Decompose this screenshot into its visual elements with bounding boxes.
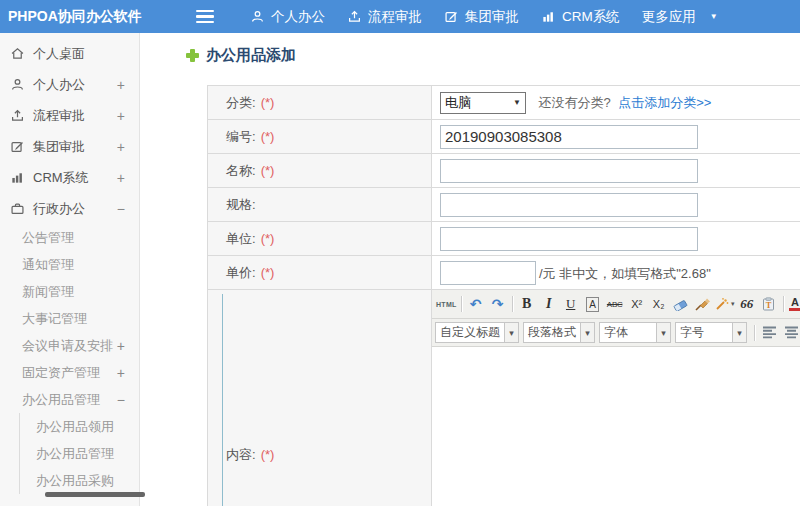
- superscript-button[interactable]: X²: [627, 294, 647, 314]
- price-label: 单价:(*): [208, 256, 432, 290]
- sidebar-item-2-6[interactable]: 公告管理: [0, 224, 139, 251]
- sidebar-item-1-3[interactable]: 集团审批+: [0, 131, 139, 162]
- topnav-label: 集团审批: [465, 8, 519, 26]
- topnav-item-group-approval[interactable]: 集团审批: [442, 8, 521, 26]
- sidebar-item-1-1[interactable]: 个人办公+: [0, 69, 139, 100]
- caret-down-icon[interactable]: [504, 323, 518, 342]
- align-center-button[interactable]: [781, 323, 800, 343]
- caret-down-icon[interactable]: [580, 323, 594, 342]
- font-color-button[interactable]: A▾: [788, 294, 800, 314]
- subscript-button[interactable]: X₂: [649, 294, 669, 314]
- sidebar-item-1-5[interactable]: 行政办公−: [0, 193, 139, 224]
- topnav-item-crm-system[interactable]: CRM系统: [539, 8, 622, 26]
- sidebar-item-label: 通知管理: [22, 256, 74, 274]
- editor-content[interactable]: [432, 347, 800, 506]
- required-marker: (*): [261, 163, 275, 178]
- page-title: 办公用品添加: [206, 46, 296, 65]
- expand-toggle[interactable]: −: [117, 392, 125, 408]
- editor-select-font-family[interactable]: 字体: [599, 322, 671, 343]
- price-input[interactable]: [440, 261, 536, 285]
- expand-toggle[interactable]: +: [117, 77, 125, 93]
- required-marker: (*): [261, 95, 275, 110]
- editor-select-font-size[interactable]: 字号: [675, 322, 747, 343]
- sidebar-item-1-2[interactable]: 流程审批+: [0, 100, 139, 131]
- field-label: 分类:: [226, 95, 256, 110]
- italic-button[interactable]: I: [539, 294, 559, 314]
- menu-toggle-icon[interactable]: [196, 10, 214, 24]
- topnav-label: CRM系统: [562, 8, 620, 26]
- sidebar-item-label: 公告管理: [22, 229, 74, 247]
- sidebar-item-2-12[interactable]: 办公用品管理−: [0, 386, 139, 413]
- user-icon: [10, 77, 26, 93]
- strikethrough-button[interactable]: ABC: [605, 294, 625, 314]
- field-label: 内容:: [226, 447, 256, 462]
- table-row: 规格:: [208, 188, 800, 222]
- sidebar-item-3-14[interactable]: 办公用品管理: [19, 440, 139, 467]
- editor-toolbar-row1: HTML↶↷BIUAABCX²X₂▾66TA▾ab▾: [432, 290, 800, 319]
- bold-button[interactable]: B: [517, 294, 537, 314]
- field-label: 名称:: [226, 163, 256, 178]
- sidebar-item-2-8[interactable]: 新闻管理: [0, 278, 139, 305]
- content-label: 内容:(*): [208, 290, 432, 506]
- field-label: 单价:: [226, 265, 256, 280]
- sidebar-item-2-7[interactable]: 通知管理: [0, 251, 139, 278]
- rich-text-editor: HTML↶↷BIUAABCX²X₂▾66TA▾ab▾ 自定义标题段落格式字体字号: [432, 290, 800, 506]
- add-category-link[interactable]: 点击添加分类>>: [618, 95, 711, 110]
- field-label: 单位:: [226, 231, 256, 246]
- topnav-label: 流程审批: [368, 8, 422, 26]
- table-row: 单价:(*) /元 非中文，如填写格式"2.68": [208, 256, 800, 290]
- top-nav: 个人办公流程审批集团审批CRM系统更多应用▼: [248, 8, 720, 26]
- undo-button[interactable]: ↶: [466, 294, 486, 314]
- svg-text:T: T: [766, 300, 772, 310]
- app-logo[interactable]: PHPOA协同办公软件: [0, 8, 140, 26]
- quote-button[interactable]: 66: [737, 294, 757, 314]
- quickformat-button[interactable]: ▾: [715, 294, 735, 314]
- topnav-item-personal-office[interactable]: 个人办公: [248, 8, 327, 26]
- sidebar-item-label: 办公用品管理: [22, 391, 100, 409]
- sidebar-item-1-0[interactable]: 个人桌面: [0, 38, 139, 69]
- expand-toggle[interactable]: +: [117, 170, 125, 186]
- editor-select-paragraph-format[interactable]: 段落格式: [523, 322, 595, 343]
- expand-toggle[interactable]: +: [117, 365, 125, 381]
- editor-select-label: 字体: [600, 323, 656, 342]
- sidebar-item-3-13[interactable]: 办公用品领用: [19, 413, 139, 440]
- caret-down-icon[interactable]: [656, 323, 670, 342]
- add-plus-icon: [186, 49, 199, 62]
- home-icon: [10, 46, 26, 62]
- toolbar-separator: [461, 296, 462, 312]
- editor-select-heading-style[interactable]: 自定义标题: [435, 322, 519, 343]
- caret-down-icon[interactable]: [732, 323, 746, 342]
- editor-select-label: 段落格式: [524, 323, 580, 342]
- field-label: 规格:: [226, 197, 256, 212]
- spec-input[interactable]: [440, 193, 698, 217]
- expand-toggle[interactable]: −: [117, 201, 125, 217]
- redo-button[interactable]: ↷: [488, 294, 508, 314]
- sidebar-item-label: 办公用品采购: [36, 472, 114, 490]
- sidebar-item-1-4[interactable]: CRM系统+: [0, 162, 139, 193]
- sidebar-item-label: 办公用品管理: [36, 445, 114, 463]
- sidebar-item-3-15[interactable]: 办公用品采购: [19, 467, 139, 494]
- expand-toggle[interactable]: +: [117, 108, 125, 124]
- align-left-button[interactable]: [759, 323, 779, 343]
- topnav-item-more-apps[interactable]: 更多应用▼: [640, 8, 720, 26]
- expand-toggle[interactable]: +: [117, 338, 125, 354]
- name-input[interactable]: [440, 159, 698, 183]
- topnav-item-workflow-approval[interactable]: 流程审批: [345, 8, 424, 26]
- html-source-button[interactable]: HTML: [436, 294, 457, 314]
- code-input[interactable]: [440, 125, 698, 149]
- sidebar-item-2-10[interactable]: 会议申请及安排+: [0, 332, 139, 359]
- caret-down-icon: ▼: [710, 12, 718, 21]
- underline-button[interactable]: U: [561, 294, 581, 314]
- sidebar-item-2-9[interactable]: 大事记管理: [0, 305, 139, 332]
- paintbrush-button[interactable]: [693, 294, 713, 314]
- topnav-label: 个人办公: [271, 8, 325, 26]
- paste-as-text-button[interactable]: T: [759, 294, 779, 314]
- sidebar-item-2-11[interactable]: 固定资产管理+: [0, 359, 139, 386]
- toolbar-separator: [754, 325, 755, 341]
- unit-input[interactable]: [440, 227, 698, 251]
- font-box-button[interactable]: A: [583, 294, 603, 314]
- horizontal-scrollbar-thumb[interactable]: [45, 492, 145, 497]
- expand-toggle[interactable]: +: [117, 139, 125, 155]
- eraser-button[interactable]: [671, 294, 691, 314]
- category-select[interactable]: 电脑: [440, 92, 526, 114]
